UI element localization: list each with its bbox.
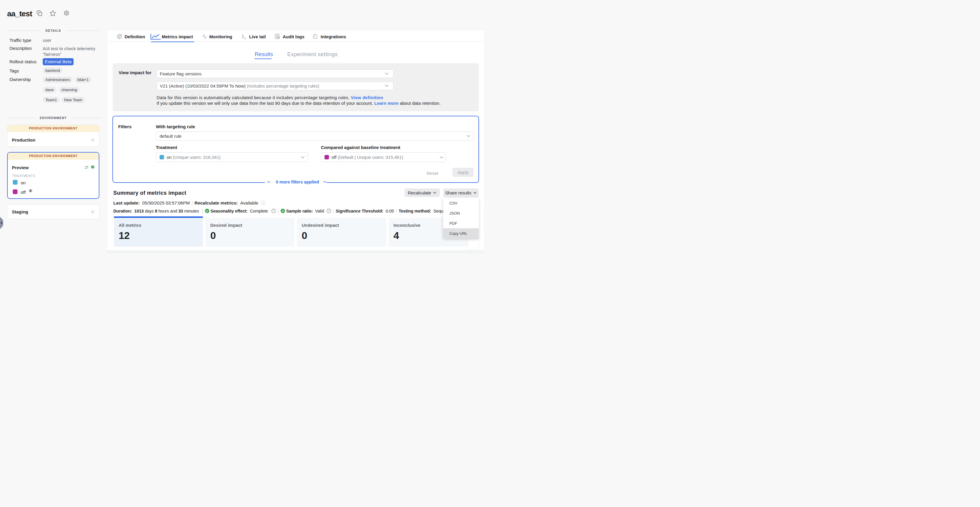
svg-text:?: ? (328, 209, 329, 212)
svg-text:?: ? (273, 209, 274, 212)
